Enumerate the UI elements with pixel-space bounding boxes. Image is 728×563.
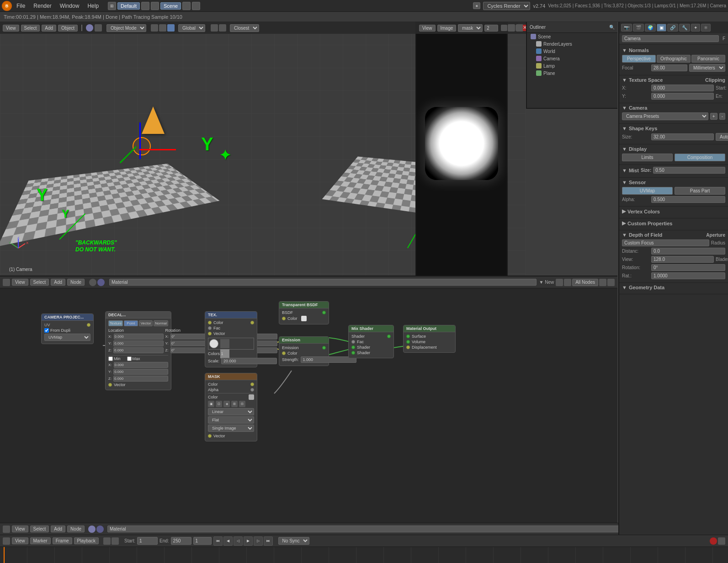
- camera-presets-select[interactable]: Camera Presets: [622, 112, 708, 120]
- vp-btn-select[interactable]: Select: [21, 25, 40, 32]
- min-x-input[interactable]: [114, 362, 168, 368]
- ts-record-btn[interactable]: [710, 537, 717, 545]
- rpanel-tab-modifier[interactable]: 🔧: [679, 24, 690, 32]
- btn-panoramic[interactable]: Panoramic: [691, 55, 725, 63]
- menu-file[interactable]: File: [13, 2, 29, 10]
- camera-icon-top[interactable]: [151, 2, 159, 10]
- max-checkbox[interactable]: [127, 356, 132, 361]
- mask-icon3[interactable]: ◈: [223, 401, 230, 407]
- ne-icon-mode[interactable]: [3, 279, 10, 286]
- screen-icon[interactable]: ⊞: [108, 2, 116, 10]
- mask-icon1[interactable]: ▣: [208, 401, 214, 407]
- mask-icon4[interactable]: ⊞: [231, 401, 238, 407]
- btn-orthographic[interactable]: Orthographic: [657, 55, 691, 63]
- mask-linear-select[interactable]: Linear: [208, 408, 254, 415]
- tab-point[interactable]: Point: [124, 320, 138, 326]
- scene-icon[interactable]: [182, 2, 191, 10]
- min-y-input[interactable]: [113, 369, 168, 375]
- dof-view-input[interactable]: [651, 256, 714, 263]
- node-transparent-bsdf[interactable]: Transparent BSDF BSDF Color: [279, 301, 329, 324]
- nb-world-icon[interactable]: [96, 526, 104, 533]
- rpanel-tab-render[interactable]: 📷: [621, 24, 632, 32]
- node-camera-proj[interactable]: CAMERA PROJEC... UV From Dupli UVMap: [41, 313, 94, 344]
- menu-window[interactable]: Window: [56, 2, 83, 10]
- btn-perspective[interactable]: Perspective: [622, 55, 656, 63]
- rpanel-tab-world[interactable]: 🌍: [645, 24, 656, 32]
- engine-select[interactable]: Cycles Render: [483, 2, 530, 10]
- rotation-input[interactable]: [651, 264, 725, 271]
- outliner-item-scene[interactable]: Scene: [527, 33, 617, 40]
- snap-icon[interactable]: [159, 24, 166, 32]
- menu-render[interactable]: Render: [30, 2, 55, 10]
- ts-btn-playback[interactable]: Playback: [74, 537, 99, 544]
- rpanel-tab-scene[interactable]: 🎬: [633, 24, 644, 32]
- ne-all-nodes-btn[interactable]: All Nodes: [572, 279, 598, 286]
- ts-btn-next[interactable]: ▷: [254, 536, 263, 546]
- rv-icon3[interactable]: [515, 25, 522, 31]
- outliner-search[interactable]: 🔍: [609, 25, 615, 30]
- camera-presets-remove[interactable]: -: [719, 113, 725, 120]
- tab-vector[interactable]: Vector: [139, 320, 153, 326]
- strength-input[interactable]: [301, 356, 356, 363]
- rpanel-tab-particles[interactable]: ✦: [691, 24, 700, 32]
- node-mix-shader[interactable]: Mix Shader Shader Fac Shader Shader: [348, 325, 394, 358]
- outliner-item-renderlayers[interactable]: RenderLayers: [527, 40, 617, 48]
- shape-size-input[interactable]: [651, 133, 714, 140]
- node-material-output[interactable]: Material Output Surface Volume Displacem…: [403, 325, 456, 353]
- ts-btn-prev[interactable]: ◀: [223, 536, 233, 546]
- tab-texture[interactable]: Texture: [108, 320, 123, 326]
- ne-right-icon3[interactable]: [599, 279, 606, 286]
- camera-name-input[interactable]: [622, 35, 719, 42]
- ne-material-input[interactable]: [109, 279, 537, 286]
- nb-icon1[interactable]: [3, 526, 10, 533]
- focal-unit-select[interactable]: Millimeters: [689, 64, 725, 72]
- mode-select[interactable]: Object Mode: [106, 24, 146, 32]
- outliner-item-plane[interactable]: Plane: [527, 69, 617, 77]
- mask-icon5[interactable]: ⊟: [239, 401, 245, 407]
- ts-btn-frame[interactable]: Frame: [53, 537, 72, 544]
- nb-btn-view[interactable]: View: [12, 526, 28, 532]
- ts-sync-select[interactable]: No Sync: [278, 537, 309, 545]
- from-dupli-checkbox[interactable]: [44, 328, 49, 333]
- rv-slot-input[interactable]: [484, 25, 498, 32]
- ne-btn-select[interactable]: Select: [30, 279, 49, 286]
- node-decal[interactable]: DECAL... Texture Point Vector Normal Loc…: [105, 311, 171, 390]
- scale-input-tex[interactable]: [221, 358, 277, 364]
- ne-right-icon2[interactable]: [564, 279, 571, 286]
- decal-x-input[interactable]: [114, 334, 164, 340]
- rv-mask-select[interactable]: mask: [458, 24, 483, 32]
- menu-help[interactable]: Help: [84, 2, 102, 10]
- ts-icon-audio[interactable]: [103, 537, 111, 545]
- vp-wire-icon[interactable]: [95, 24, 102, 32]
- ne-cycles-icon[interactable]: [97, 279, 105, 286]
- ne-right-icon4[interactable]: [607, 279, 615, 286]
- pivot-select[interactable]: Global: [178, 24, 205, 32]
- ts-icon-avsync[interactable]: [112, 537, 119, 545]
- nb-btn-node[interactable]: Node: [67, 526, 85, 532]
- tab-normal[interactable]: Normal: [154, 320, 168, 326]
- btn-composition[interactable]: Composition: [675, 154, 725, 161]
- ts-btn-view[interactable]: View: [12, 537, 28, 544]
- ts-btn-play-rev[interactable]: ◁: [234, 536, 243, 546]
- ts-btn-play-fwd2[interactable]: ▶: [244, 536, 253, 546]
- outliner-item-lamp[interactable]: Lamp: [527, 62, 617, 69]
- transform-icon[interactable]: [151, 24, 158, 32]
- ts-btn-marker[interactable]: Marker: [30, 537, 51, 544]
- nb-mat-icon[interactable]: [88, 526, 96, 533]
- layout-icon[interactable]: [141, 2, 149, 10]
- node-mask[interactable]: MASK Color Alpha Color ▣ ⊡: [205, 373, 257, 441]
- blender-logo[interactable]: B: [2, 1, 12, 11]
- ne-right-icon1[interactable]: [556, 279, 563, 286]
- rv-btn-image[interactable]: Image: [437, 25, 457, 32]
- ratio-input[interactable]: [651, 272, 725, 279]
- ts-current-input[interactable]: [193, 537, 212, 545]
- nb-btn-select[interactable]: Select: [30, 526, 49, 532]
- rv-icon2[interactable]: [508, 25, 515, 31]
- min-checkbox[interactable]: [108, 356, 113, 361]
- ts-icon-final[interactable]: [718, 537, 725, 545]
- rpanel-tab-object[interactable]: ▣: [657, 24, 666, 32]
- alpha-input[interactable]: [651, 196, 725, 203]
- scene-add-icon[interactable]: [192, 2, 200, 10]
- btn-uvmap[interactable]: UVMap: [622, 187, 673, 195]
- outliner-item-world[interactable]: World: [527, 48, 617, 55]
